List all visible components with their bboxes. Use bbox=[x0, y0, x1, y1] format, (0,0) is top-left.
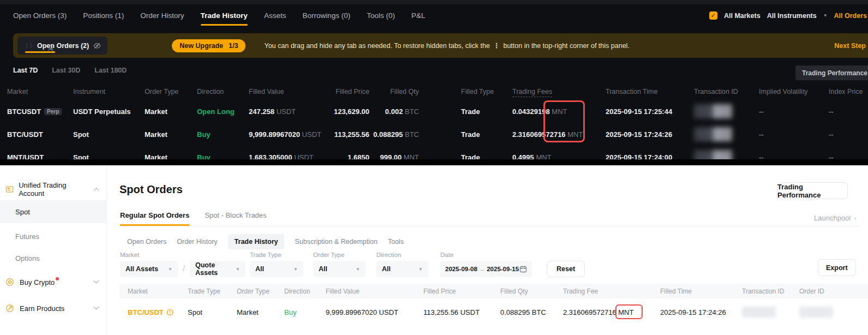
sidebar-item-label: Futures bbox=[15, 232, 39, 241]
all-markets-checkbox[interactable]: ✓ bbox=[709, 11, 717, 20]
column-header-trading-fees[interactable]: Trading Fees bbox=[512, 88, 606, 95]
tab-trade-history[interactable]: Trade History bbox=[201, 4, 248, 27]
implied-volatility-cell: -- bbox=[759, 153, 829, 160]
all-instruments-dropdown[interactable]: All Instruments bbox=[767, 12, 817, 20]
filled-time-cell: 2025-09-15 17:24:26 bbox=[660, 308, 742, 316]
quote-assets-dropdown[interactable]: Quote Assets▼ bbox=[190, 261, 246, 277]
sidebar-item-spot[interactable]: Spot bbox=[0, 200, 107, 223]
table-row: BTC/USDT Spot Market Buy 9,999.89967020 … bbox=[0, 123, 868, 146]
direction-cell: Buy bbox=[284, 308, 326, 316]
transaction-id-redacted bbox=[694, 127, 732, 141]
open-orders-tab-button[interactable]: ⋮⋮ Open Orders (2) ☝ bbox=[17, 37, 107, 55]
sidebar-item-earn-products[interactable]: Earn Products bbox=[0, 302, 107, 314]
subtab-order-history[interactable]: Order History bbox=[177, 238, 217, 246]
tab-assets[interactable]: Assets bbox=[264, 4, 286, 27]
caret-down-icon: ▼ bbox=[418, 267, 423, 272]
reset-button[interactable]: Reset bbox=[547, 261, 585, 277]
column-header-filled-price: Filled Price bbox=[423, 288, 500, 295]
market-filter-dropdown[interactable]: All Assets▼ bbox=[120, 261, 178, 277]
column-header-filled-price: Filled Price bbox=[322, 88, 369, 95]
spot-orders-tabs: Regular Spot Orders Spot - Block Trades bbox=[120, 211, 267, 226]
trade-history-panel: Open Orders (3) Positions (1) Order Hist… bbox=[0, 0, 868, 159]
date-from: 2025-09-08 bbox=[445, 266, 477, 272]
filled-type-cell: Trade bbox=[419, 130, 512, 139]
tab-positions[interactable]: Positions (1) bbox=[83, 4, 124, 27]
date-range-picker[interactable]: 2025-09-08 → 2025-09-15 bbox=[440, 261, 532, 277]
transaction-id-redacted bbox=[694, 104, 732, 118]
launchpool-label: Launchpool bbox=[814, 214, 851, 222]
tab-pnl[interactable]: P&L bbox=[411, 4, 426, 27]
column-header-transaction-id: Transaction ID bbox=[742, 288, 799, 295]
trading-performance-button[interactable]: Trading Performance bbox=[777, 182, 848, 199]
direction-cell: Buy bbox=[197, 153, 249, 160]
tab-spot-block-trades[interactable]: Spot - Block Trades bbox=[205, 211, 266, 226]
column-header-filled-qty: Filled Qty bbox=[369, 88, 419, 95]
table-row: BTC/USDT Spot Market Buy 9,999.89967020 … bbox=[119, 298, 868, 326]
instrument-cell: Spot bbox=[73, 130, 145, 139]
launchpool-link[interactable]: Launchpool › bbox=[814, 214, 857, 222]
filled-type-cell: Trade bbox=[419, 107, 512, 116]
filled-value-cell: 9,999.89967020 USDT bbox=[326, 308, 423, 316]
next-step-button[interactable]: Next Step bbox=[834, 42, 866, 50]
order-type-cell: Market bbox=[237, 308, 284, 316]
column-header-transaction-id: Transaction ID bbox=[694, 88, 759, 95]
export-button[interactable]: Export bbox=[818, 259, 856, 276]
tab-open-orders[interactable]: Open Orders (3) bbox=[13, 4, 67, 27]
period-last-180d[interactable]: Last 180D bbox=[94, 67, 127, 74]
hide-eye-icon[interactable] bbox=[93, 42, 101, 50]
open-orders-tab-label: Open Orders (2) bbox=[37, 42, 89, 50]
period-last-30d[interactable]: Last 30D bbox=[52, 67, 80, 74]
column-header-trade-type: Trade Type bbox=[188, 288, 237, 295]
table-row: BTCUSDTPerp USDT Perpetuals Market Open … bbox=[0, 100, 868, 123]
tab-tools[interactable]: Tools (0) bbox=[367, 4, 395, 27]
sidebar-item-label: Earn Products bbox=[20, 304, 64, 313]
tabs-divider bbox=[119, 226, 859, 226]
direction-cell: Open Long bbox=[197, 107, 249, 116]
pair-separator: / bbox=[183, 264, 185, 273]
sidebar-item-label: Unified Trading Account bbox=[19, 181, 89, 198]
trading-performance-button[interactable]: Trading Performance bbox=[795, 65, 868, 80]
market-cell[interactable]: BTC/USDT bbox=[7, 130, 73, 139]
trading-fee-cell: 0.04329198 MNT bbox=[512, 107, 606, 116]
sidebar-item-unified-trading-account[interactable]: Unified Trading Account bbox=[0, 183, 107, 195]
trading-fee-cell: 0.4995 MNT bbox=[512, 153, 606, 160]
subtab-trade-history[interactable]: Trade History bbox=[228, 234, 285, 249]
all-orders-link[interactable]: All Orders bbox=[834, 12, 867, 20]
transaction-id-redacted bbox=[694, 150, 732, 159]
subtab-tools[interactable]: Tools bbox=[388, 238, 404, 246]
transaction-id-cell bbox=[694, 127, 759, 141]
filled-value-cell: 1,683.305000 USDT bbox=[249, 153, 322, 160]
column-header-order-type: Order Type bbox=[237, 288, 284, 295]
implied-volatility-cell: -- bbox=[759, 107, 829, 116]
market-cell[interactable]: BTCUSDTPerp bbox=[7, 107, 73, 116]
tab-borrowings[interactable]: Borrowings (0) bbox=[302, 4, 350, 27]
subtab-subscription-redemption[interactable]: Subscription & Redemption bbox=[295, 238, 377, 246]
tab-regular-spot-orders[interactable]: Regular Spot Orders bbox=[120, 211, 189, 226]
account-card-icon bbox=[5, 185, 14, 194]
column-header-implied-volatility: Implied Volatility bbox=[759, 88, 829, 95]
column-header-instrument: Instrument bbox=[73, 88, 145, 95]
sidebar-item-options[interactable]: Options bbox=[0, 252, 107, 264]
spot-orders-panel: Unified Trading Account Spot Futures Opt… bbox=[0, 165, 868, 335]
tab-order-history[interactable]: Order History bbox=[140, 4, 184, 27]
earn-icon bbox=[5, 304, 14, 313]
market-cell[interactable]: BTC/USDT bbox=[128, 308, 188, 316]
sidebar-item-buy-crypto[interactable]: Buy Crypto bbox=[0, 276, 107, 288]
transaction-time-cell: 2025-09-15 17:24:26 bbox=[606, 130, 694, 139]
order-type-dropdown[interactable]: All▼ bbox=[313, 261, 366, 277]
subtab-open-orders[interactable]: Open Orders bbox=[127, 238, 166, 246]
chevron-down-icon: ▼ bbox=[823, 13, 828, 18]
trade-type-dropdown[interactable]: All▼ bbox=[250, 261, 303, 277]
banner-message-post: button in the top-right corner of this p… bbox=[503, 42, 629, 50]
date-to: 2025-09-15 bbox=[487, 266, 519, 272]
index-price-cell: -- bbox=[829, 130, 868, 139]
filled-price-cell: 1.6850 bbox=[322, 153, 369, 160]
direction-dropdown[interactable]: All▼ bbox=[376, 261, 428, 277]
column-header-filled-time: Filled Time bbox=[660, 288, 742, 295]
column-header-market: Market bbox=[128, 288, 188, 295]
instrument-cell: Spot bbox=[73, 153, 145, 160]
market-cell[interactable]: MNT/USDT bbox=[7, 153, 73, 160]
sidebar-item-futures[interactable]: Futures bbox=[0, 230, 107, 242]
sidebar-item-label: Options bbox=[15, 254, 40, 262]
period-last-7d[interactable]: Last 7D bbox=[13, 67, 38, 74]
